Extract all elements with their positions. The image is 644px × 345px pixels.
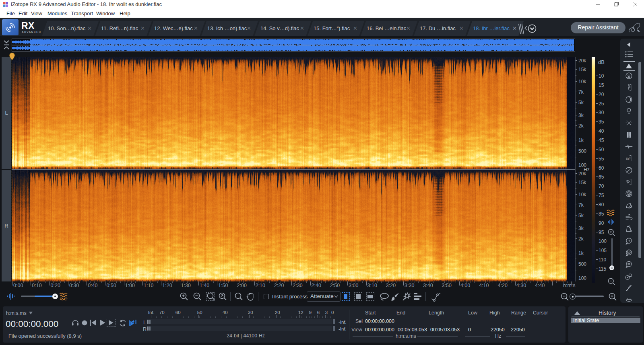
svg-text:Ss: Ss (626, 157, 630, 160)
